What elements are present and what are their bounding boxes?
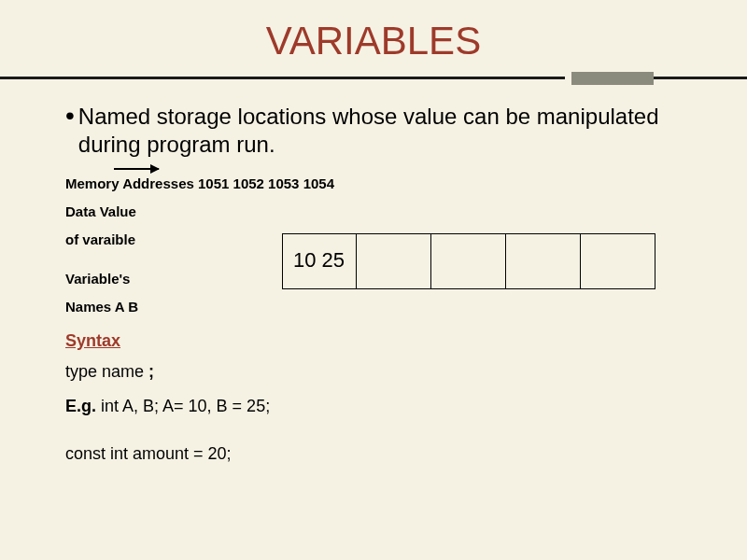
memory-label: Memory Addresses (65, 175, 194, 191)
arrow-icon (114, 168, 682, 170)
bullet-dot: • (65, 103, 75, 129)
syntax-semicolon: ; (148, 362, 154, 381)
memory-cell (581, 233, 655, 289)
syntax-heading: Syntax (65, 331, 682, 351)
bullet-item: • Named storage locations whose value ca… (65, 103, 682, 159)
data-value-label-1: Data Value (65, 201, 682, 223)
cell-values: 10 25 (293, 248, 345, 273)
example-prefix: E.g. (65, 397, 96, 415)
example-body: int A, B; A= 10, B = 25; (96, 397, 270, 415)
names-label: Names A B (65, 296, 682, 318)
const-example: const int amount = 20; (65, 444, 682, 464)
memory-cell (506, 233, 581, 289)
slide-title: VARIABLES (0, 0, 747, 71)
slide-content: • Named storage locations whose value ca… (0, 86, 747, 464)
memory-cell (431, 233, 506, 289)
example-line: E.g. int A, B; A= 10, B = 25; (65, 397, 682, 416)
syntax-type-name: type name (65, 362, 144, 381)
memory-addresses-line: Memory Addresses 1051 1052 1053 1054 (65, 175, 682, 191)
memory-cell (357, 233, 431, 289)
title-divider (0, 71, 747, 86)
memory-addresses: 1051 1052 1053 1054 (198, 175, 334, 191)
bullet-text: Named storage locations whose value can … (78, 103, 682, 159)
syntax-template: type name ; (65, 362, 682, 382)
